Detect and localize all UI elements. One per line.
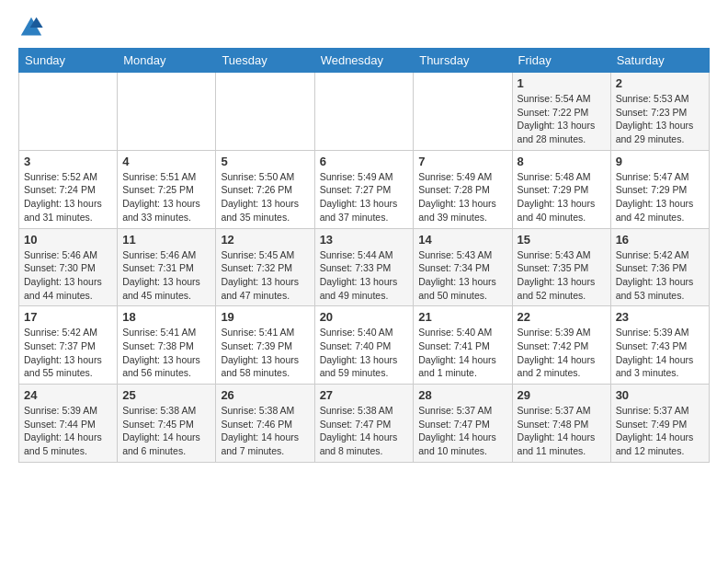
day-info: Sunrise: 5:43 AM Sunset: 7:35 PM Dayligh… xyxy=(518,248,606,303)
day-info: Sunrise: 5:37 AM Sunset: 7:49 PM Dayligh… xyxy=(616,404,704,458)
calendar-day-27: 27Sunrise: 5:38 AM Sunset: 7:47 PM Dayli… xyxy=(314,385,414,463)
weekday-header-wednesday: Wednesday xyxy=(314,49,414,73)
calendar-day-22: 22Sunrise: 5:39 AM Sunset: 7:42 PM Dayli… xyxy=(512,306,610,385)
calendar-day-4: 4Sunrise: 5:51 AM Sunset: 7:25 PM Daylig… xyxy=(118,150,216,228)
day-info: Sunrise: 5:41 AM Sunset: 7:38 PM Dayligh… xyxy=(122,326,210,380)
calendar-day-15: 15Sunrise: 5:43 AM Sunset: 7:35 PM Dayli… xyxy=(512,228,610,306)
day-number: 11 xyxy=(122,233,210,247)
weekday-header-monday: Monday xyxy=(118,49,216,73)
day-info: Sunrise: 5:39 AM Sunset: 7:44 PM Dayligh… xyxy=(24,404,112,458)
calendar-day-5: 5Sunrise: 5:50 AM Sunset: 7:26 PM Daylig… xyxy=(216,150,314,228)
weekday-header-friday: Friday xyxy=(512,49,610,73)
day-number: 30 xyxy=(616,388,704,402)
logo-icon xyxy=(18,15,44,40)
page-header xyxy=(18,15,710,40)
day-number: 19 xyxy=(221,310,309,324)
calendar-day-10: 10Sunrise: 5:46 AM Sunset: 7:30 PM Dayli… xyxy=(19,228,118,306)
empty-cell xyxy=(118,73,216,151)
calendar-day-30: 30Sunrise: 5:37 AM Sunset: 7:49 PM Dayli… xyxy=(610,385,709,463)
day-info: Sunrise: 5:49 AM Sunset: 7:27 PM Dayligh… xyxy=(320,170,409,224)
day-info: Sunrise: 5:46 AM Sunset: 7:30 PM Dayligh… xyxy=(24,248,112,303)
empty-cell xyxy=(314,73,414,151)
day-number: 20 xyxy=(320,310,409,324)
calendar-day-17: 17Sunrise: 5:42 AM Sunset: 7:37 PM Dayli… xyxy=(19,306,118,385)
day-info: Sunrise: 5:38 AM Sunset: 7:45 PM Dayligh… xyxy=(122,404,210,458)
day-info: Sunrise: 5:48 AM Sunset: 7:29 PM Dayligh… xyxy=(518,170,606,224)
day-number: 2 xyxy=(616,76,704,90)
day-number: 10 xyxy=(24,233,112,247)
day-number: 29 xyxy=(518,388,606,402)
calendar-day-11: 11Sunrise: 5:46 AM Sunset: 7:31 PM Dayli… xyxy=(118,228,216,306)
day-number: 4 xyxy=(122,155,210,168)
calendar-day-23: 23Sunrise: 5:39 AM Sunset: 7:43 PM Dayli… xyxy=(610,306,709,385)
calendar-day-14: 14Sunrise: 5:43 AM Sunset: 7:34 PM Dayli… xyxy=(414,228,512,306)
day-info: Sunrise: 5:39 AM Sunset: 7:42 PM Dayligh… xyxy=(518,326,606,380)
day-number: 24 xyxy=(24,388,112,402)
calendar-day-20: 20Sunrise: 5:40 AM Sunset: 7:40 PM Dayli… xyxy=(314,306,414,385)
calendar-day-29: 29Sunrise: 5:37 AM Sunset: 7:48 PM Dayli… xyxy=(512,385,610,463)
calendar-day-9: 9Sunrise: 5:47 AM Sunset: 7:29 PM Daylig… xyxy=(610,150,709,228)
empty-cell xyxy=(216,73,314,151)
day-info: Sunrise: 5:49 AM Sunset: 7:28 PM Dayligh… xyxy=(418,170,506,224)
day-info: Sunrise: 5:38 AM Sunset: 7:46 PM Dayligh… xyxy=(221,404,309,458)
day-info: Sunrise: 5:51 AM Sunset: 7:25 PM Dayligh… xyxy=(122,170,210,224)
day-info: Sunrise: 5:46 AM Sunset: 7:31 PM Dayligh… xyxy=(122,248,210,303)
day-info: Sunrise: 5:38 AM Sunset: 7:47 PM Dayligh… xyxy=(320,404,409,458)
calendar-day-19: 19Sunrise: 5:41 AM Sunset: 7:39 PM Dayli… xyxy=(216,306,314,385)
day-number: 21 xyxy=(418,310,506,324)
day-info: Sunrise: 5:52 AM Sunset: 7:24 PM Dayligh… xyxy=(24,170,112,224)
day-info: Sunrise: 5:50 AM Sunset: 7:26 PM Dayligh… xyxy=(221,170,309,224)
day-info: Sunrise: 5:47 AM Sunset: 7:29 PM Dayligh… xyxy=(616,170,704,224)
calendar-day-12: 12Sunrise: 5:45 AM Sunset: 7:32 PM Dayli… xyxy=(216,228,314,306)
day-number: 3 xyxy=(24,155,112,168)
day-info: Sunrise: 5:39 AM Sunset: 7:43 PM Dayligh… xyxy=(616,326,704,380)
day-number: 5 xyxy=(221,155,309,168)
day-number: 22 xyxy=(518,310,606,324)
day-info: Sunrise: 5:44 AM Sunset: 7:33 PM Dayligh… xyxy=(320,248,409,303)
calendar-day-7: 7Sunrise: 5:49 AM Sunset: 7:28 PM Daylig… xyxy=(414,150,512,228)
calendar-day-18: 18Sunrise: 5:41 AM Sunset: 7:38 PM Dayli… xyxy=(118,306,216,385)
day-number: 1 xyxy=(518,76,606,90)
empty-cell xyxy=(19,73,118,151)
day-info: Sunrise: 5:37 AM Sunset: 7:48 PM Dayligh… xyxy=(518,404,606,458)
day-number: 7 xyxy=(418,155,506,168)
day-info: Sunrise: 5:42 AM Sunset: 7:36 PM Dayligh… xyxy=(616,248,704,303)
day-number: 12 xyxy=(221,233,309,247)
calendar-day-3: 3Sunrise: 5:52 AM Sunset: 7:24 PM Daylig… xyxy=(19,150,118,228)
day-number: 9 xyxy=(616,155,704,168)
calendar-day-26: 26Sunrise: 5:38 AM Sunset: 7:46 PM Dayli… xyxy=(216,385,314,463)
calendar-day-2: 2Sunrise: 5:53 AM Sunset: 7:23 PM Daylig… xyxy=(610,73,709,151)
day-info: Sunrise: 5:41 AM Sunset: 7:39 PM Dayligh… xyxy=(221,326,309,380)
day-info: Sunrise: 5:54 AM Sunset: 7:22 PM Dayligh… xyxy=(518,92,606,146)
day-number: 17 xyxy=(24,310,112,324)
day-info: Sunrise: 5:42 AM Sunset: 7:37 PM Dayligh… xyxy=(24,326,112,380)
weekday-header-thursday: Thursday xyxy=(414,49,512,73)
calendar-day-21: 21Sunrise: 5:40 AM Sunset: 7:41 PM Dayli… xyxy=(414,306,512,385)
weekday-header-saturday: Saturday xyxy=(610,49,709,73)
calendar: SundayMondayTuesdayWednesdayThursdayFrid… xyxy=(18,48,710,463)
logo xyxy=(18,15,48,40)
day-number: 18 xyxy=(122,310,210,324)
day-info: Sunrise: 5:40 AM Sunset: 7:41 PM Dayligh… xyxy=(418,326,506,380)
day-number: 6 xyxy=(320,155,409,168)
calendar-day-1: 1Sunrise: 5:54 AM Sunset: 7:22 PM Daylig… xyxy=(512,73,610,151)
day-number: 23 xyxy=(616,310,704,324)
calendar-day-13: 13Sunrise: 5:44 AM Sunset: 7:33 PM Dayli… xyxy=(314,228,414,306)
day-number: 15 xyxy=(518,233,606,247)
day-info: Sunrise: 5:40 AM Sunset: 7:40 PM Dayligh… xyxy=(320,326,409,380)
day-info: Sunrise: 5:43 AM Sunset: 7:34 PM Dayligh… xyxy=(418,248,506,303)
day-number: 26 xyxy=(221,388,309,402)
day-number: 14 xyxy=(418,233,506,247)
day-info: Sunrise: 5:37 AM Sunset: 7:47 PM Dayligh… xyxy=(418,404,506,458)
day-info: Sunrise: 5:45 AM Sunset: 7:32 PM Dayligh… xyxy=(221,248,309,303)
calendar-day-8: 8Sunrise: 5:48 AM Sunset: 7:29 PM Daylig… xyxy=(512,150,610,228)
calendar-day-25: 25Sunrise: 5:38 AM Sunset: 7:45 PM Dayli… xyxy=(118,385,216,463)
day-number: 8 xyxy=(518,155,606,168)
day-number: 28 xyxy=(418,388,506,402)
day-info: Sunrise: 5:53 AM Sunset: 7:23 PM Dayligh… xyxy=(616,92,704,146)
calendar-day-6: 6Sunrise: 5:49 AM Sunset: 7:27 PM Daylig… xyxy=(314,150,414,228)
calendar-day-28: 28Sunrise: 5:37 AM Sunset: 7:47 PM Dayli… xyxy=(414,385,512,463)
day-number: 13 xyxy=(320,233,409,247)
weekday-header-sunday: Sunday xyxy=(19,49,118,73)
weekday-header-tuesday: Tuesday xyxy=(216,49,314,73)
